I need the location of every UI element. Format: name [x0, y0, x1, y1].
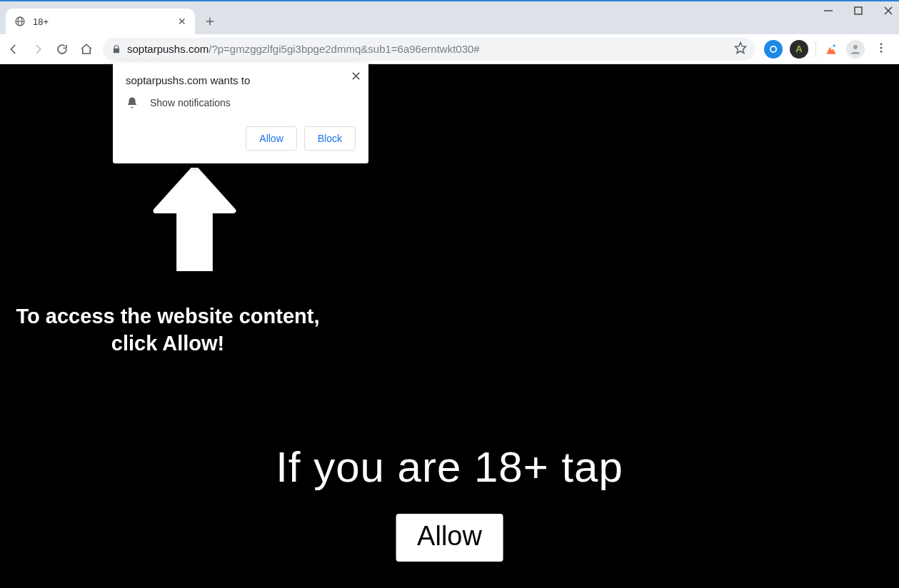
tab-title: 18+ — [33, 16, 171, 27]
address-bar-url: soptarpushs.com/?p=gmzggzlfgi5gi3bpge2dm… — [127, 43, 480, 55]
bookmark-star-button[interactable] — [734, 41, 747, 56]
toolbar: soptarpushs.com/?p=gmzggzlfgi5gi3bpge2dm… — [0, 34, 899, 64]
nav-home-button[interactable] — [79, 41, 94, 57]
nav-reload-button[interactable] — [54, 41, 70, 57]
profile-avatar-button[interactable] — [846, 40, 865, 59]
permission-block-button[interactable]: Block — [304, 126, 356, 151]
url-host: soptarpushs.com — [127, 43, 209, 55]
permission-close-button[interactable]: ✕ — [351, 69, 361, 84]
permission-allow-button[interactable]: Allow — [246, 126, 296, 151]
svg-rect-6 — [855, 7, 862, 14]
window-controls — [822, 6, 895, 18]
browser-tab[interactable]: 18+ ✕ — [6, 9, 195, 34]
extension-icon-3[interactable] — [823, 41, 839, 57]
nav-back-button[interactable] — [6, 41, 21, 57]
svg-point-12 — [853, 45, 858, 49]
permission-capability-text: Show notifications — [150, 97, 231, 108]
svg-marker-9 — [735, 43, 746, 54]
extension-icon-1[interactable] — [764, 40, 783, 59]
globe-icon — [14, 16, 26, 27]
permission-origin-text: soptarpushs.com wants to — [126, 74, 356, 86]
page-allow-button[interactable]: Allow — [396, 514, 503, 562]
svg-point-13 — [880, 43, 883, 45]
svg-point-11 — [833, 44, 835, 46]
tab-close-button[interactable]: ✕ — [178, 16, 186, 27]
nav-forward-button[interactable] — [30, 41, 46, 57]
browser-menu-button[interactable] — [872, 41, 890, 57]
svg-point-14 — [880, 46, 883, 49]
svg-point-15 — [880, 50, 883, 52]
window-maximize-button[interactable] — [852, 6, 865, 18]
titlebar: 18+ ✕ — [0, 0, 899, 34]
extensions-row: A — [764, 40, 893, 59]
lock-icon — [111, 44, 121, 54]
new-tab-button[interactable] — [199, 11, 221, 32]
notification-permission-dialog: ✕ soptarpushs.com wants to Show notifica… — [113, 63, 368, 163]
bell-icon — [126, 96, 139, 109]
age-verification-text: If you are 18+ tap — [0, 442, 899, 492]
url-path: /?p=gmzggzlfgi5gi3bpge2dmmq&sub1=6a96ern… — [209, 43, 479, 55]
toolbar-separator — [815, 41, 816, 57]
extension-icon-2[interactable]: A — [790, 40, 808, 59]
instruction-text: To access the website content, click All… — [0, 303, 336, 357]
arrow-up-icon — [150, 168, 239, 274]
window-minimize-button[interactable] — [822, 6, 835, 18]
address-bar[interactable]: soptarpushs.com/?p=gmzggzlfgi5gi3bpge2dm… — [103, 38, 755, 61]
svg-point-10 — [770, 46, 776, 51]
window-close-button[interactable] — [882, 6, 895, 18]
